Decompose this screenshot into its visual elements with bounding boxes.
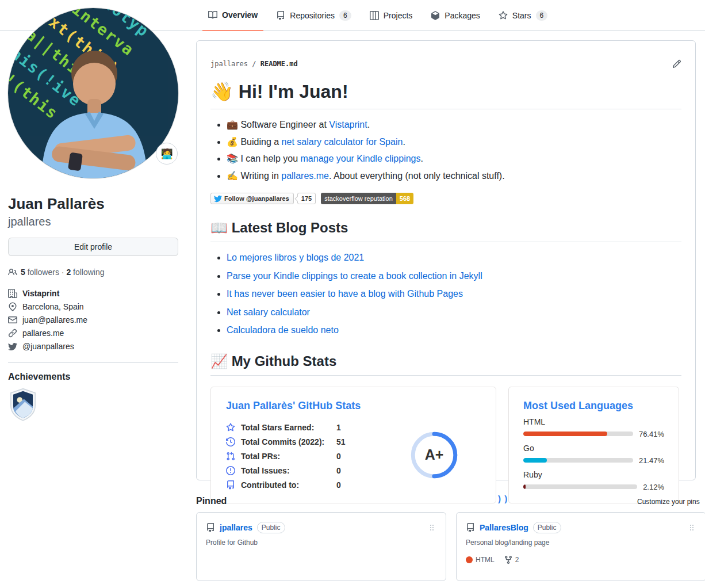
language-item: Ruby 2.12% — [523, 470, 664, 491]
list-item: 💰 Buiding a net salary calculator for Sp… — [227, 135, 681, 150]
profile-readme-card: jpallares / README.md 👋 Hi! I'm Juan! 💼 … — [196, 40, 696, 480]
list-item: Calculadora de sueldo neto — [227, 323, 681, 338]
visibility-badge: Public — [533, 522, 561, 533]
stackoverflow-badge[interactable]: stackoverflow reputation568 — [321, 193, 413, 204]
tab-label: Repositories — [290, 11, 335, 20]
profile-sidebar: se, this)). keydown=functi (t()).prototy… — [8, 8, 178, 421]
issue-icon — [226, 466, 235, 475]
star-icon — [226, 423, 235, 432]
kindle-clippings-link[interactable]: manage your Kindle clippings — [301, 154, 421, 163]
pinned-repo-card: jpallares Public Profile for Github — [196, 512, 446, 581]
repo-link[interactable]: PallaresBlog — [480, 523, 528, 532]
blog-post-link[interactable]: Lo mejores libros y blogs de 2021 — [227, 253, 364, 262]
languages-card-title: Most Used Languages — [523, 400, 664, 412]
project-icon — [370, 11, 379, 20]
pull-request-icon — [226, 452, 235, 461]
blog-post-link[interactable]: Net salary calculator — [227, 307, 310, 317]
tab-stars[interactable]: Stars 6 — [493, 0, 553, 31]
visibility-badge: Public — [257, 522, 285, 533]
people-icon — [8, 268, 17, 277]
profile-details: Vistaprint Barcelona, Spain juan@pallare… — [8, 287, 178, 353]
pencil-edit-icon[interactable] — [672, 59, 681, 68]
drag-grabber-icon[interactable] — [427, 523, 436, 532]
detail-company: Vistaprint — [8, 287, 178, 300]
language-item: HTML 76.41% — [523, 417, 664, 438]
repo-link[interactable]: jpallares — [220, 523, 252, 532]
organization-icon — [8, 289, 17, 298]
tab-packages[interactable]: Packages — [425, 0, 485, 31]
fork-count[interactable]: 2 — [504, 555, 519, 564]
blog-posts-list: Lo mejores libros y blogs de 2021 Parse … — [210, 251, 681, 338]
readme-title: 👋 Hi! I'm Juan! — [210, 80, 681, 109]
list-item: ✍️ Writing in pallares.me. About everyth… — [227, 169, 681, 184]
blog-post-link[interactable]: Calculadora de sueldo neto — [227, 325, 339, 335]
pinned-title: Pinned — [196, 496, 227, 506]
status-emoji-button[interactable]: 🧑‍💻 — [156, 143, 178, 165]
language-bar-fill — [523, 432, 607, 436]
salary-calculator-link[interactable]: net salary calculator for Spain — [282, 137, 403, 147]
mail-icon — [8, 315, 17, 324]
avatar[interactable]: se, this)). keydown=functi (t()).prototy… — [8, 8, 178, 178]
customize-pins-link[interactable]: Customize your pins — [637, 498, 700, 506]
detail-location: Barcelona, Spain — [8, 300, 178, 314]
avatar-person — [8, 8, 178, 178]
languages-card: Most Used Languages HTML 76.41% Go 21.47… — [508, 387, 679, 503]
github-stats-card: Juan Pallarès' GitHub Stats Total Stars … — [210, 387, 496, 503]
language-bar-track — [523, 432, 633, 436]
repo-icon — [226, 480, 235, 490]
list-item: It has never been easier to have a blog … — [227, 287, 681, 301]
detail-twitter[interactable]: @juanpallares — [8, 340, 178, 353]
moneybag-emoji: 💰 — [227, 137, 238, 147]
repo-description: Profile for Github — [206, 539, 436, 547]
readme-breadcrumb: jpallares / README.md — [210, 60, 298, 68]
tab-label: Overview — [222, 10, 258, 20]
book-icon — [208, 10, 217, 20]
achievement-badge-arctic-vault[interactable] — [8, 388, 38, 422]
detail-email[interactable]: juan@pallares.me — [8, 314, 178, 327]
edit-profile-button[interactable]: Edit profile — [8, 238, 178, 256]
markdown-artifact-text: ) ) — [498, 494, 508, 503]
readme-owner[interactable]: jpallares — [210, 60, 248, 68]
package-icon — [431, 11, 440, 20]
tab-label: Stars — [512, 11, 531, 20]
pinned-repo-card: PallaresBlog Public Personal blog/landin… — [456, 512, 705, 581]
drag-grabber-icon[interactable] — [687, 523, 696, 532]
briefcase-emoji: 💼 — [227, 120, 238, 129]
location-icon — [8, 302, 17, 311]
stats-section-title: 📈 My Github Stats — [210, 353, 681, 376]
list-item: 💼 Software Engineer at Vistaprint. — [227, 118, 681, 132]
language-bar-fill — [523, 458, 547, 463]
writing-hand-emoji: ✍️ — [227, 171, 238, 181]
repo-description: Personal blog/landing page — [466, 539, 696, 547]
pallares-me-link[interactable]: pallares.me — [281, 171, 329, 181]
sidebar-divider — [8, 362, 178, 363]
open-book-emoji: 📖 — [210, 220, 228, 235]
twitter-icon — [8, 342, 17, 351]
detail-website[interactable]: pallares.me — [8, 327, 178, 340]
blog-section-title: 📖 Latest Blog Posts — [210, 219, 681, 242]
repo-icon — [466, 523, 475, 532]
repo-icon — [276, 11, 285, 20]
vistaprint-link[interactable]: Vistaprint — [329, 120, 367, 129]
language-bar-track — [523, 484, 637, 489]
technologist-emoji: 🧑‍💻 — [160, 148, 173, 160]
grade-label: A+ — [408, 429, 461, 482]
stars-count-badge: 6 — [536, 10, 548, 21]
chart-increasing-emoji: 📈 — [210, 353, 228, 369]
blog-post-link[interactable]: It has never been easier to have a blog … — [227, 289, 463, 299]
followers-row[interactable]: 5 followers · 2 following — [8, 268, 178, 277]
repositories-count-badge: 6 — [339, 10, 351, 21]
tab-label: Projects — [384, 11, 413, 20]
list-item: Net salary calculator — [227, 306, 681, 320]
books-emoji: 📚 — [227, 154, 238, 163]
readme-intro-list: 💼 Software Engineer at Vistaprint. 💰 Bui… — [210, 118, 681, 183]
blog-post-link[interactable]: Parse your Kindle clippings to create a … — [227, 271, 482, 281]
tab-projects[interactable]: Projects — [364, 0, 419, 31]
twitter-follow-badge[interactable]: Follow @juanpallares — [210, 193, 294, 204]
list-item: 📚 I can help you manage your Kindle clip… — [227, 152, 681, 166]
link-icon — [8, 329, 17, 338]
tab-repositories[interactable]: Repositories 6 — [270, 0, 357, 31]
tab-overview[interactable]: Overview — [202, 0, 263, 31]
language-item: Go 21.47% — [523, 444, 664, 465]
wave-emoji: 👋 — [210, 81, 233, 102]
